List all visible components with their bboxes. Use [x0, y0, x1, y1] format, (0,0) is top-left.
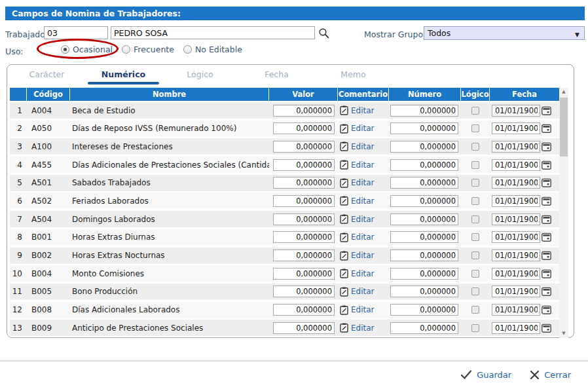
calendar-icon[interactable] [542, 106, 551, 115]
logico-checkbox[interactable] [471, 270, 479, 278]
edit-note-icon[interactable] [340, 160, 348, 170]
scrollbar-thumb[interactable] [560, 98, 568, 157]
logico-checkbox[interactable] [471, 215, 479, 223]
close-button[interactable]: Cerrar [530, 369, 571, 380]
logico-checkbox[interactable] [471, 197, 479, 205]
calendar-icon[interactable] [542, 142, 551, 151]
numero-input[interactable] [390, 304, 458, 316]
fecha-input[interactable] [492, 213, 540, 225]
numero-input[interactable] [390, 195, 458, 207]
fecha-input[interactable] [492, 141, 540, 153]
valor-input[interactable] [273, 268, 335, 280]
calendar-icon[interactable] [542, 160, 551, 170]
editar-link[interactable]: Editar [351, 269, 375, 278]
editar-link[interactable]: Editar [351, 215, 375, 224]
tab[interactable]: Carácter [9, 67, 85, 84]
numero-input[interactable] [390, 105, 458, 117]
fecha-input[interactable] [492, 268, 540, 280]
editar-link[interactable]: Editar [351, 232, 375, 242]
radio-icon[interactable] [61, 45, 69, 54]
logico-checkbox[interactable] [471, 233, 479, 241]
logico-checkbox[interactable] [471, 324, 479, 332]
editar-link[interactable]: Editar [351, 287, 375, 296]
tab[interactable]: Fecha [238, 67, 315, 84]
editar-link[interactable]: Editar [351, 178, 375, 187]
numero-input[interactable] [390, 159, 458, 171]
valor-input[interactable] [273, 304, 335, 316]
valor-input[interactable] [273, 286, 335, 297]
valor-input[interactable] [273, 213, 335, 225]
logico-checkbox[interactable] [471, 161, 479, 169]
editar-link[interactable]: Editar [351, 196, 375, 206]
edit-note-icon[interactable] [340, 124, 348, 134]
logico-checkbox[interactable] [471, 251, 479, 259]
valor-input[interactable] [273, 159, 335, 171]
uso-radio-option[interactable]: No Editable [183, 45, 242, 54]
calendar-icon[interactable] [542, 124, 551, 133]
fecha-input[interactable] [492, 304, 540, 316]
logico-checkbox[interactable] [471, 306, 479, 314]
valor-input[interactable] [273, 195, 335, 207]
edit-note-icon[interactable] [340, 178, 348, 188]
fecha-input[interactable] [492, 159, 540, 171]
calendar-icon[interactable] [542, 251, 551, 260]
calendar-icon[interactable] [542, 269, 551, 278]
fecha-input[interactable] [492, 122, 540, 134]
logico-checkbox[interactable] [471, 107, 479, 115]
numero-input[interactable] [390, 177, 458, 189]
numero-input[interactable] [390, 286, 458, 297]
edit-note-icon[interactable] [340, 323, 348, 333]
valor-input[interactable] [273, 177, 335, 189]
numero-input[interactable] [390, 141, 458, 153]
numero-input[interactable] [390, 122, 458, 134]
numero-input[interactable] [390, 231, 458, 243]
edit-note-icon[interactable] [340, 269, 348, 278]
calendar-icon[interactable] [542, 232, 551, 242]
save-button[interactable]: Guardar [460, 369, 511, 380]
calendar-icon[interactable] [542, 287, 551, 296]
editar-link[interactable]: Editar [351, 251, 375, 260]
vertical-scrollbar[interactable]: ▲ ▼ [559, 88, 568, 338]
editar-link[interactable]: Editar [351, 160, 375, 170]
calendar-icon[interactable] [542, 215, 551, 224]
mostrar-grupo-select[interactable]: Todos ▼ [424, 26, 585, 40]
editar-link[interactable]: Editar [351, 142, 375, 151]
edit-note-icon[interactable] [340, 287, 348, 297]
calendar-icon[interactable] [542, 178, 551, 187]
edit-note-icon[interactable] [340, 105, 348, 115]
numero-input[interactable] [390, 213, 458, 225]
edit-note-icon[interactable] [340, 214, 348, 224]
radio-icon[interactable] [122, 45, 130, 54]
editar-link[interactable]: Editar [351, 106, 375, 115]
trabajador-name-field[interactable] [111, 26, 315, 39]
valor-input[interactable] [273, 322, 335, 334]
editar-link[interactable]: Editar [351, 305, 375, 314]
fecha-input[interactable] [492, 105, 540, 117]
numero-input[interactable] [390, 322, 458, 334]
radio-icon[interactable] [183, 45, 192, 54]
calendar-icon[interactable] [542, 305, 551, 314]
fecha-input[interactable] [492, 322, 540, 334]
logico-checkbox[interactable] [471, 124, 479, 132]
valor-input[interactable] [273, 105, 335, 117]
trabajador-code-field[interactable] [44, 26, 108, 39]
scroll-down-icon[interactable]: ▼ [559, 329, 568, 338]
calendar-icon[interactable] [542, 196, 551, 206]
scroll-up-icon[interactable]: ▲ [559, 88, 568, 96]
edit-note-icon[interactable] [340, 232, 348, 242]
edit-note-icon[interactable] [340, 141, 348, 151]
tab[interactable]: Lógico [162, 67, 238, 84]
edit-note-icon[interactable] [340, 196, 348, 206]
valor-input[interactable] [273, 250, 335, 261]
fecha-input[interactable] [492, 231, 540, 243]
tab[interactable]: Numérico [85, 67, 162, 84]
fecha-input[interactable] [492, 177, 540, 189]
numero-input[interactable] [390, 250, 458, 261]
edit-note-icon[interactable] [340, 251, 348, 261]
uso-radio-option[interactable]: Frecuente [122, 45, 174, 54]
valor-input[interactable] [273, 231, 335, 243]
calendar-icon[interactable] [542, 324, 551, 333]
tab[interactable]: Memo [315, 67, 392, 84]
fecha-input[interactable] [492, 195, 540, 207]
search-icon[interactable] [318, 28, 330, 39]
